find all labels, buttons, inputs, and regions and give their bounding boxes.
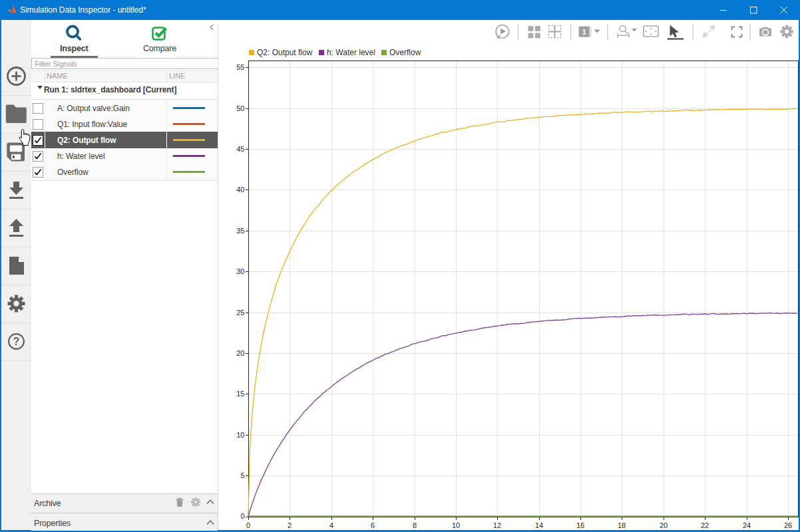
svg-text:20: 20 xyxy=(236,349,244,357)
svg-text:6: 6 xyxy=(371,521,375,529)
svg-text:24: 24 xyxy=(743,521,751,529)
svg-text:14: 14 xyxy=(535,521,543,529)
svg-text:30: 30 xyxy=(236,267,244,275)
svg-text:0: 0 xyxy=(240,512,244,520)
svg-text:4: 4 xyxy=(329,521,333,529)
svg-text:22: 22 xyxy=(701,521,709,529)
svg-text:8: 8 xyxy=(413,521,417,529)
svg-text:20: 20 xyxy=(660,521,668,529)
svg-text:35: 35 xyxy=(236,227,244,235)
svg-text:?: ? xyxy=(13,336,20,347)
svg-text:5: 5 xyxy=(240,471,244,479)
svg-text:55: 55 xyxy=(236,63,244,71)
svg-text:50: 50 xyxy=(236,104,244,112)
svg-text:26: 26 xyxy=(784,521,792,529)
svg-text:10: 10 xyxy=(452,521,460,529)
svg-text:25: 25 xyxy=(236,309,244,317)
svg-text:18: 18 xyxy=(618,521,626,529)
svg-text:12: 12 xyxy=(493,521,501,529)
svg-text:15: 15 xyxy=(236,390,244,398)
svg-text:2: 2 xyxy=(288,521,292,529)
svg-text:16: 16 xyxy=(576,521,584,529)
svg-text:0: 0 xyxy=(246,521,250,529)
svg-text:10: 10 xyxy=(236,431,244,439)
svg-text:1: 1 xyxy=(582,28,586,36)
svg-text:40: 40 xyxy=(236,186,244,194)
svg-text:45: 45 xyxy=(236,145,244,153)
